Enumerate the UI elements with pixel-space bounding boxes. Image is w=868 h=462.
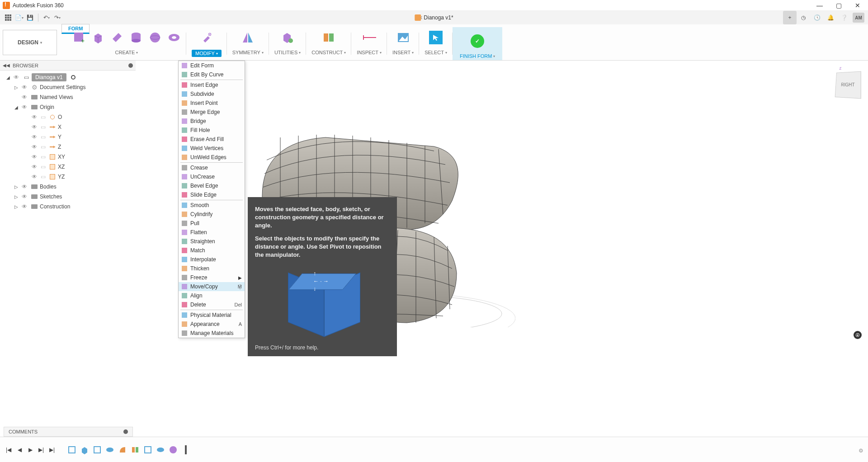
- modify-menu-item[interactable]: UnWeld Edges: [179, 153, 245, 162]
- select-icon[interactable]: [429, 31, 443, 44]
- job-status-button[interactable]: 🕓: [810, 11, 824, 24]
- browser-root-row[interactable]: ◢ 👁 ▭ Dianoga v1: [5, 72, 134, 82]
- timeline-feature-7[interactable]: [143, 445, 153, 455]
- browser-item[interactable]: 👁▭Y: [5, 132, 134, 142]
- sphere-icon[interactable]: [148, 31, 162, 44]
- modify-menu-item[interactable]: Insert Point: [179, 99, 245, 108]
- browser-item[interactable]: 👁▭YZ: [5, 172, 134, 182]
- file-menu-button[interactable]: 📄▾: [14, 13, 24, 22]
- ribbon-label-construct[interactable]: CONSTRUCT▾: [311, 50, 346, 55]
- modify-menu-item[interactable]: DeleteDel: [179, 300, 245, 309]
- browser-item[interactable]: ▷👁Construction: [5, 202, 134, 212]
- browser-item[interactable]: 👁▭XY: [5, 152, 134, 162]
- modify-menu-item[interactable]: Align: [179, 291, 245, 300]
- browser-settings-icon[interactable]: [128, 63, 133, 68]
- modify-menu-item[interactable]: Edit By Curve: [179, 70, 245, 79]
- timeline-playhead[interactable]: [181, 445, 191, 455]
- timeline-feature-4[interactable]: [105, 445, 115, 455]
- modify-menu-item[interactable]: Fill Hole: [179, 126, 245, 135]
- undo-button[interactable]: ↶▾: [42, 13, 51, 22]
- browser-item[interactable]: 👁▭X: [5, 122, 134, 132]
- box-icon[interactable]: [91, 31, 105, 44]
- torus-icon[interactable]: [167, 31, 181, 44]
- ribbon-label-select[interactable]: SELECT▾: [425, 50, 447, 55]
- edit-form-icon[interactable]: [200, 31, 213, 44]
- modify-menu-item[interactable]: Move/CopyM⋮: [179, 282, 245, 291]
- modify-menu-item[interactable]: Physical Material: [179, 311, 245, 320]
- browser-item[interactable]: 👁▭O: [5, 112, 134, 122]
- modify-menu-item[interactable]: Freeze▶: [179, 273, 245, 282]
- utilities-icon[interactable]: [281, 31, 294, 44]
- modify-menu-item[interactable]: Bridge: [179, 117, 245, 126]
- plane-icon[interactable]: [110, 31, 124, 44]
- modify-menu-item[interactable]: Erase And Fill: [179, 135, 245, 144]
- modify-menu-item[interactable]: Flatten: [179, 228, 245, 237]
- insert-icon[interactable]: [396, 31, 410, 44]
- cylinder-icon[interactable]: [129, 31, 143, 44]
- browser-item[interactable]: ▷👁⚙Document Settings: [5, 82, 134, 92]
- viewport-canvas[interactable]: RIGHT ⦿: [136, 61, 868, 437]
- modify-menu-item[interactable]: Thicken: [179, 264, 245, 273]
- modify-menu-item[interactable]: UnCrease: [179, 172, 245, 181]
- modify-menu-item[interactable]: Slide Edge: [179, 190, 245, 199]
- browser-item[interactable]: 👁Named Views: [5, 92, 134, 102]
- modify-menu-item[interactable]: Edit Form: [179, 61, 245, 70]
- notifications-button[interactable]: 🔔: [824, 11, 837, 24]
- window-close-button[interactable]: ✕: [854, 2, 861, 9]
- comments-settings-icon[interactable]: [123, 429, 128, 434]
- timeline-forward-button[interactable]: ▶|: [37, 446, 45, 454]
- timeline-start-button[interactable]: |◀: [5, 446, 13, 454]
- modify-menu-item[interactable]: Crease: [179, 163, 245, 172]
- modify-menu-item[interactable]: Pull: [179, 219, 245, 228]
- ribbon-label-create[interactable]: CREATE▾: [115, 50, 138, 55]
- timeline-back-button[interactable]: ◀: [15, 446, 24, 454]
- modify-menu-item[interactable]: Merge Edge: [179, 108, 245, 117]
- browser-item[interactable]: ▷👁Sketches: [5, 192, 134, 202]
- comments-panel-header[interactable]: COMMENTS: [4, 427, 133, 437]
- modify-menu-item[interactable]: Manage Materials: [179, 329, 245, 338]
- timeline-feature-5[interactable]: [118, 445, 127, 455]
- workspace-selector[interactable]: DESIGN ▾: [3, 30, 57, 55]
- ribbon-label-inspect[interactable]: INSPECT▾: [357, 50, 382, 55]
- redo-button[interactable]: ↷▾: [53, 13, 62, 22]
- timeline-feature-2[interactable]: [80, 445, 90, 455]
- browser-item[interactable]: ▷👁Bodies: [5, 182, 134, 192]
- modify-menu-item[interactable]: Match: [179, 246, 245, 255]
- finish-form-icon[interactable]: ✓: [471, 34, 484, 48]
- modify-menu-item[interactable]: Weld Vertices: [179, 144, 245, 153]
- browser-item[interactable]: 👁▭Z: [5, 142, 134, 152]
- ribbon-label-symmetry[interactable]: SYMMETRY▾: [232, 50, 264, 55]
- timeline-feature-9[interactable]: [168, 445, 178, 455]
- ribbon-label-finish[interactable]: FINISH FORM▾: [460, 53, 495, 59]
- timeline-end-button[interactable]: ▶|: [48, 446, 56, 454]
- inspect-icon[interactable]: [363, 31, 376, 44]
- timeline-play-button[interactable]: ▶: [26, 446, 34, 454]
- timeline-feature-3[interactable]: [92, 445, 102, 455]
- create-form-icon[interactable]: +: [72, 31, 86, 44]
- modify-menu-item[interactable]: Cylindrify: [179, 210, 245, 219]
- modify-menu-item[interactable]: Straighten: [179, 237, 245, 246]
- browser-panel-header[interactable]: ◀◀ BROWSER: [0, 61, 136, 71]
- viewcube[interactable]: RIGHT: [835, 71, 861, 99]
- ribbon-label-insert[interactable]: INSERT▾: [392, 50, 414, 55]
- window-maximize-button[interactable]: ▢: [835, 2, 842, 9]
- modify-menu-item[interactable]: Smooth: [179, 201, 245, 210]
- timeline-settings-button[interactable]: ⚙: [859, 448, 863, 454]
- modify-menu-item[interactable]: Insert Edge: [179, 80, 245, 90]
- timeline-feature-1[interactable]: [67, 445, 77, 455]
- construct-icon[interactable]: [322, 31, 335, 44]
- timeline-feature-6[interactable]: [130, 445, 140, 455]
- modify-menu-item[interactable]: Interpolate: [179, 255, 245, 264]
- timeline-feature-8[interactable]: [156, 445, 165, 455]
- modify-menu-item[interactable]: AppearanceA: [179, 320, 245, 329]
- save-button[interactable]: 💾: [25, 13, 34, 22]
- symmetry-icon[interactable]: [241, 31, 255, 44]
- grid-menu-button[interactable]: [4, 13, 13, 22]
- ribbon-label-modify[interactable]: MODIFY▾: [192, 50, 222, 57]
- browser-item[interactable]: 👁▭XZ: [5, 162, 134, 172]
- new-tab-button[interactable]: +: [783, 11, 797, 24]
- help-button[interactable]: ❔: [837, 11, 851, 24]
- extensions-button[interactable]: ◷: [797, 11, 810, 24]
- document-tab[interactable]: Dianoga v1*: [415, 14, 453, 21]
- modify-menu-item[interactable]: Subdivide: [179, 90, 245, 99]
